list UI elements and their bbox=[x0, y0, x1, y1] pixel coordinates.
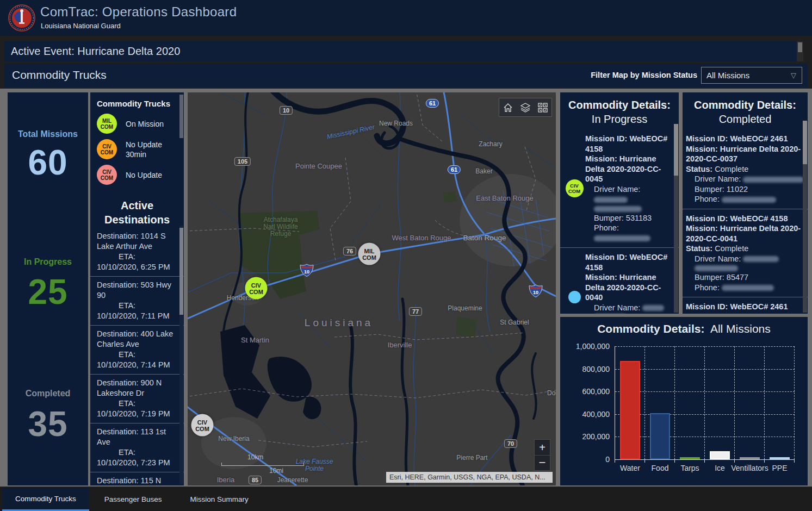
completed-scrollbar[interactable] bbox=[803, 121, 807, 164]
driver-name-line: Driver Name: bbox=[686, 174, 804, 184]
map-label: Pierre Part bbox=[456, 454, 487, 462]
field-value: 531183 bbox=[626, 214, 652, 222]
scale-mi-label: 10mi bbox=[269, 467, 283, 475]
destination-address: Destination: 115 N 10th St bbox=[97, 476, 176, 485]
destination-item[interactable]: Destination: 113 1st AveETA: 10/10/2020,… bbox=[90, 423, 184, 472]
mission-item[interactable]: Mission ID: WebEOC# 4158Mission: Hurrica… bbox=[683, 209, 808, 297]
tab-passenger-buses[interactable]: Passenger Buses bbox=[91, 488, 175, 511]
chart-bar-ventillators[interactable] bbox=[740, 457, 759, 459]
mission-item[interactable]: CIVCOMMission ID: WebEOC# 4158Mission: H… bbox=[560, 129, 679, 247]
map-label: St Martin bbox=[241, 336, 269, 344]
destination-item[interactable]: Destination: 400 Lake Charles AveETA: 10… bbox=[90, 325, 184, 374]
mission-name-line: Mission: Hurricane Delta 2020-2020-CC-00… bbox=[686, 312, 804, 314]
marker-text: COM bbox=[101, 175, 113, 181]
mission-text: Mission ID: WebEOC# 2461Mission: Hurrica… bbox=[686, 134, 804, 204]
mission-item[interactable]: Mission ID: WebEOC# 4158Mission: Hurrica… bbox=[560, 247, 679, 314]
chart-bar-food[interactable] bbox=[650, 413, 670, 459]
dropdown-value: All Missions bbox=[706, 71, 749, 80]
commodity-details-completed-panel: Commodity Details: Completed Mission ID:… bbox=[683, 92, 808, 314]
dashboard-body: Total Missions 60 In Progress 25 Complet… bbox=[0, 89, 812, 487]
tab-commodity-trucks[interactable]: Commodity Trucks bbox=[2, 488, 89, 511]
h-gridline bbox=[615, 369, 795, 370]
chart-bar-tarps[interactable] bbox=[680, 457, 699, 459]
commodity-trucks-toolbar: Commodity Trucks Filter Map by Mission S… bbox=[4, 64, 808, 88]
y-tick-label: 600,000 bbox=[582, 387, 610, 396]
mission-item[interactable]: Mission ID: WebEOC# 2461Mission: Hurrica… bbox=[683, 297, 808, 314]
layers-icon[interactable] bbox=[520, 102, 531, 113]
destinations-scrollbar[interactable] bbox=[179, 228, 183, 315]
h-gridline bbox=[615, 437, 795, 437]
x-category-label: Ventillators bbox=[731, 464, 768, 472]
mission-id-line: Mission ID: WebEOC# 4158 bbox=[585, 252, 675, 272]
x-category-label: Tarps bbox=[680, 464, 699, 472]
y-tick-label: 200,000 bbox=[582, 432, 610, 441]
map-label: Louisiana bbox=[305, 319, 373, 326]
h-gridline bbox=[615, 346, 795, 347]
in-progress-scrollbar[interactable] bbox=[674, 124, 678, 176]
legend-title: Commodity Trucks bbox=[97, 99, 184, 108]
field-label: Status: bbox=[686, 165, 715, 173]
legend-item: MILCOMOn Mission bbox=[97, 114, 184, 134]
chart-bar-water[interactable] bbox=[620, 361, 640, 459]
destination-eta: ETA: 10/10/2020, 7:14 PM bbox=[97, 350, 176, 370]
chart-bar-ppe[interactable] bbox=[770, 457, 789, 459]
mission-name-line: Mission: Hurricane Delta 2020-2020-CC-00… bbox=[585, 154, 675, 184]
field-label: WebEOC# 2461 bbox=[730, 134, 788, 143]
map-label: Baton Rouge bbox=[463, 234, 506, 241]
zoom-out-button[interactable]: − bbox=[535, 456, 550, 471]
highway-shield: 10 bbox=[280, 106, 293, 115]
field-label: Mission: bbox=[686, 224, 720, 233]
bottom-tab-bar: Commodity TrucksPassenger BusesMission S… bbox=[0, 488, 812, 511]
map-label: New Roads bbox=[379, 120, 413, 127]
home-icon[interactable] bbox=[503, 102, 513, 113]
field-value: 11022 bbox=[727, 185, 748, 194]
civ-com-truck-icon: CIVCOM bbox=[566, 179, 584, 197]
y-tick-label: 400,000 bbox=[582, 409, 610, 418]
marker-text: CIV bbox=[197, 419, 207, 425]
truck-status-icon: MILCOM bbox=[97, 114, 117, 134]
x-tick bbox=[615, 459, 615, 463]
destination-item[interactable]: Destination: 115 N 10th StETA: 10/10/202… bbox=[90, 472, 184, 485]
marker-text: COM bbox=[101, 124, 113, 130]
mission-text: Mission ID: WebEOC# 4158Mission: Hurrica… bbox=[686, 214, 804, 293]
y-tick-label: 1,000,000 bbox=[576, 342, 610, 351]
active-event-scrollbar[interactable] bbox=[797, 41, 803, 61]
destination-item[interactable]: Destination: 1014 S Lake Arthur AveETA: … bbox=[90, 228, 184, 276]
basemap-gallery-icon[interactable] bbox=[537, 102, 548, 113]
destination-item[interactable]: Destination: 900 N Lakeshore DrETA: 10/1… bbox=[90, 374, 184, 423]
map-label: Baker bbox=[475, 168, 492, 175]
truck-marker-milcom[interactable]: MILCOM bbox=[358, 243, 381, 265]
marker-text: CIV bbox=[251, 282, 261, 288]
x-tick bbox=[644, 459, 645, 463]
mission-status-dropdown[interactable]: All Missions ▽ bbox=[701, 67, 802, 84]
destination-address: Destination: 900 N Lakeshore Dr bbox=[97, 378, 176, 398]
truck-marker-civcom[interactable]: CIVCOM bbox=[191, 414, 214, 437]
map-label: Iberia bbox=[217, 476, 235, 483]
map-label: St Gabriel bbox=[500, 319, 529, 326]
commodity-details-in-progress-panel: Commodity Details: In Progress CIVCOMMis… bbox=[560, 92, 679, 314]
destination-address: Destination: 400 Lake Charles Ave bbox=[97, 329, 176, 350]
legend-scrollbar[interactable] bbox=[179, 95, 183, 138]
truck-marker-civcom[interactable]: CIVCOM bbox=[245, 277, 268, 300]
field-label: Mission ID: bbox=[686, 302, 730, 311]
zoom-in-button[interactable]: + bbox=[535, 440, 550, 456]
stats-panel: Total Missions 60 In Progress 25 Complet… bbox=[8, 92, 88, 485]
mission-item[interactable]: Mission ID: WebEOC# 2461Mission: Hurrica… bbox=[683, 129, 808, 209]
field-label: Mission: bbox=[686, 145, 720, 153]
chevron-down-icon: ▽ bbox=[791, 71, 796, 79]
map-label: Dou bbox=[547, 390, 556, 397]
destination-address: Destination: 1014 S Lake Arthur Ave bbox=[97, 231, 176, 252]
field-value: 85477 bbox=[727, 273, 748, 282]
completed-label: Completed bbox=[8, 389, 88, 398]
app-subtitle: Louisiana National Guard bbox=[41, 22, 121, 30]
completed-title: Commodity Details: Completed bbox=[685, 98, 805, 126]
tab-mission-summary[interactable]: Mission Summary bbox=[177, 488, 262, 511]
destination-item[interactable]: Destination: 503 Hwy 90ETA: 10/10/2020, … bbox=[90, 276, 184, 325]
interstate-shield: 10 bbox=[529, 284, 543, 297]
field-label: Mission ID: bbox=[686, 214, 730, 223]
map-panel[interactable]: Mississippi RiverNew RoadsZacharyPointe … bbox=[188, 92, 556, 485]
chart-bar-ice[interactable] bbox=[710, 451, 729, 459]
field-label: Mission: bbox=[686, 313, 720, 314]
v-gridline bbox=[644, 346, 645, 459]
field-value: Driver Name: bbox=[594, 303, 642, 312]
